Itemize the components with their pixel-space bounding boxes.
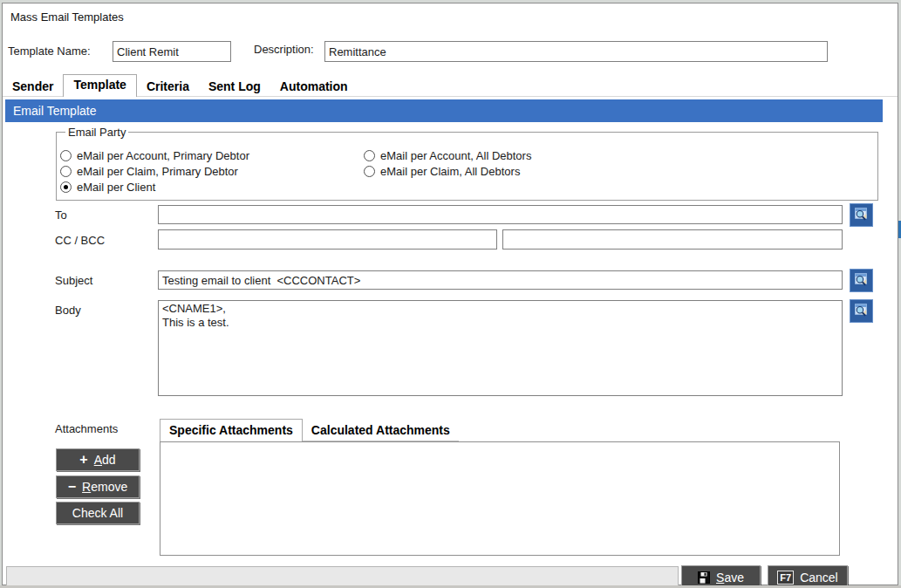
- tab-template[interactable]: Template: [63, 74, 136, 97]
- template-name-input[interactable]: [113, 41, 231, 62]
- cc-input[interactable]: [158, 229, 497, 250]
- minus-icon: −: [68, 480, 76, 494]
- radio-button-icon[interactable]: [364, 150, 375, 161]
- radio-row-claim-primary[interactable]: eMail per Claim, Primary Debtor: [60, 165, 238, 178]
- status-bar: [6, 566, 679, 586]
- plus-icon: +: [79, 453, 87, 467]
- radio-label: eMail per Claim, All Debtors: [380, 165, 520, 178]
- radio-row-account-primary[interactable]: eMail per Account, Primary Debtor: [60, 149, 249, 162]
- radio-label: eMail per Account, All Debtors: [380, 149, 531, 162]
- to-lookup-button[interactable]: [850, 203, 873, 227]
- magnifier-window-icon: [853, 302, 870, 318]
- attachments-listbox[interactable]: [160, 441, 840, 556]
- mass-email-templates-window: Mass Email Templates Template Name: Desc…: [2, 3, 898, 585]
- tab-calculated-attachments[interactable]: Calculated Attachments: [303, 420, 459, 441]
- tab-specific-attachments[interactable]: Specific Attachments: [160, 419, 303, 442]
- description-input[interactable]: [324, 41, 828, 62]
- remove-button-label: Remove: [82, 480, 127, 494]
- subject-input[interactable]: [158, 270, 843, 290]
- radio-label: eMail per Account, Primary Debtor: [77, 149, 249, 162]
- tab-sent-log[interactable]: Sent Log: [199, 76, 270, 96]
- magnifier-window-icon: [853, 271, 870, 288]
- tab-sender[interactable]: Sender: [3, 76, 63, 96]
- add-attachment-button[interactable]: + Add: [56, 448, 140, 471]
- window-title: Mass Email Templates: [10, 10, 124, 24]
- check-all-button-label: Check All: [72, 506, 123, 520]
- radio-button-icon[interactable]: [60, 166, 72, 177]
- radio-button-icon[interactable]: [364, 166, 375, 177]
- email-party-legend: Email Party: [65, 126, 128, 139]
- body-lookup-button[interactable]: [850, 299, 873, 323]
- body-input[interactable]: <CNAME1>, This is a test.: [158, 300, 843, 396]
- radio-label: eMail per Claim, Primary Debtor: [77, 165, 238, 178]
- email-template-section-header: Email Template: [5, 99, 883, 122]
- radio-row-account-all[interactable]: eMail per Account, All Debtors: [364, 149, 531, 162]
- cc-bcc-label: CC / BCC: [55, 234, 105, 247]
- radio-row-client[interactable]: eMail per Client: [60, 181, 155, 194]
- magnifier-window-icon: [853, 206, 870, 222]
- tab-criteria[interactable]: Criteria: [137, 76, 199, 96]
- attachments-label: Attachments: [55, 422, 118, 435]
- radio-button-icon-selected[interactable]: [60, 181, 72, 193]
- bcc-input[interactable]: [502, 229, 843, 250]
- subject-lookup-button[interactable]: [850, 269, 873, 292]
- check-all-button[interactable]: Check All: [56, 502, 140, 524]
- radio-row-claim-all[interactable]: eMail per Claim, All Debtors: [364, 165, 520, 178]
- attachments-tabstrip: Specific AttachmentsCalculated Attachmen…: [160, 419, 459, 441]
- to-input[interactable]: [158, 205, 843, 224]
- main-tabstrip: SenderTemplateCriteriaSent LogAutomation: [3, 74, 898, 97]
- save-button-label: Save: [716, 571, 744, 585]
- floppy-disk-icon: [698, 571, 710, 584]
- f7-key-icon: F7: [777, 571, 794, 585]
- subject-label: Subject: [55, 274, 92, 287]
- to-label: To: [55, 209, 67, 222]
- template-name-label: Template Name:: [8, 44, 91, 58]
- description-label: Description:: [254, 43, 314, 56]
- radio-button-icon[interactable]: [60, 150, 72, 161]
- body-label: Body: [55, 304, 81, 317]
- radio-label: eMail per Client: [77, 181, 155, 194]
- add-button-label: Add: [94, 453, 116, 467]
- remove-attachment-button[interactable]: − Remove: [56, 475, 140, 498]
- cancel-button-label: Cancel: [800, 571, 838, 585]
- email-party-groupbox: Email Party: [56, 126, 878, 201]
- tab-automation[interactable]: Automation: [270, 76, 358, 96]
